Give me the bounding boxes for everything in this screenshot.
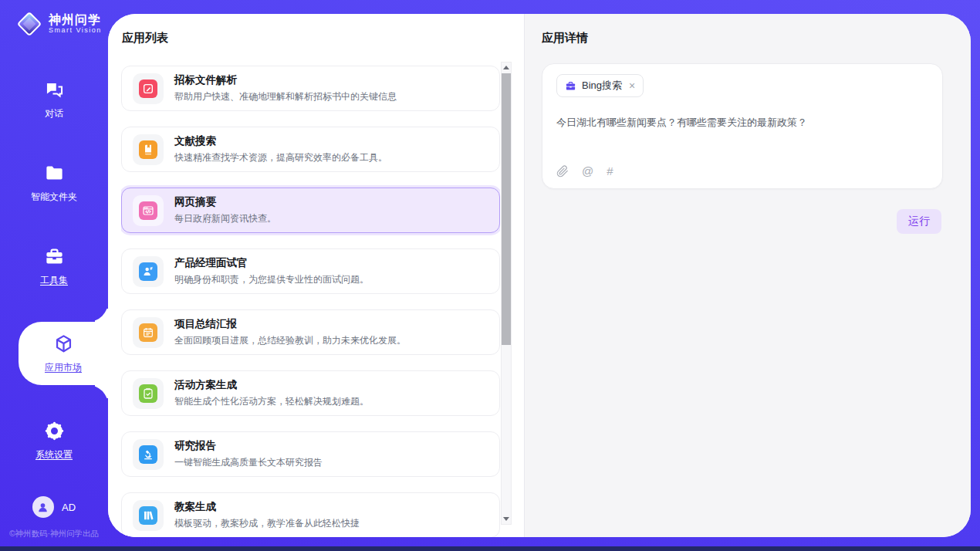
sidebar-item-label: 系统设置 bbox=[35, 448, 73, 461]
app-list-title: 应用列表 bbox=[122, 31, 168, 46]
app-card-title: 研究报告 bbox=[174, 439, 323, 453]
app-list-panel: 应用列表 招标文件解析帮助用户快速、准确地理解和解析招标书中的关键信息文献搜索快… bbox=[108, 14, 525, 537]
app-card-tender-doc-parse[interactable]: 招标文件解析帮助用户快速、准确地理解和解析招标书中的关键信息 bbox=[121, 66, 500, 111]
gear-icon bbox=[44, 421, 65, 441]
app-card-description: 每日政府新闻资讯快查。 bbox=[174, 212, 276, 225]
app-icon-box bbox=[133, 378, 164, 409]
book-icon bbox=[139, 140, 157, 159]
app-frame: 神州问学 Smart Vision 对话智能文件夹工具集应用市场系统设置 AD … bbox=[0, 0, 980, 551]
main-content: 应用列表 招标文件解析帮助用户快速、准确地理解和解析招标书中的关键信息文献搜索快… bbox=[108, 14, 971, 537]
microscope-icon bbox=[139, 445, 157, 464]
folder-icon bbox=[44, 163, 65, 184]
webpage-code-icon bbox=[139, 201, 157, 220]
mention-icon[interactable]: @ bbox=[582, 164, 593, 178]
app-card-pm-interviewer[interactable]: 产品经理面试官明确身份和职责，为您提供专业性的面试问题。 bbox=[121, 248, 500, 294]
diamond-logo-icon bbox=[15, 10, 43, 38]
app-list: 招标文件解析帮助用户快速、准确地理解和解析招标书中的关键信息文献搜索快速精准查找… bbox=[121, 66, 500, 537]
app-card-description: 一键智能生成高质量长文本研究报告 bbox=[174, 456, 323, 469]
app-card-title: 活动方案生成 bbox=[174, 378, 369, 392]
sidebar-item-chat[interactable]: 对话 bbox=[0, 72, 108, 127]
app-icon-box bbox=[133, 73, 164, 104]
run-button[interactable]: 运行 bbox=[897, 209, 941, 234]
brand-logo: 神州问学 Smart Vision bbox=[0, 10, 108, 38]
scrollbar[interactable] bbox=[501, 62, 512, 525]
hash-icon[interactable]: # bbox=[607, 164, 613, 178]
user-avatar-icon bbox=[32, 496, 54, 518]
query-text[interactable]: 今日湖北有哪些新闻要点？有哪些需要关注的最新政策？ bbox=[556, 116, 928, 130]
app-card-title: 文献搜索 bbox=[174, 134, 387, 148]
sidebar-item-label: 工具集 bbox=[40, 274, 68, 287]
app-icon-box bbox=[133, 134, 164, 165]
sidebar: 神州问学 Smart Vision 对话智能文件夹工具集应用市场系统设置 AD … bbox=[0, 0, 108, 546]
sidebar-nav: 对话智能文件夹工具集应用市场系统设置 bbox=[0, 72, 108, 496]
brand-subtitle: Smart Vision bbox=[49, 26, 102, 35]
app-card-description: 明确身份和职责，为您提供专业性的面试问题。 bbox=[174, 273, 369, 286]
tool-tag-label: Bing搜索 bbox=[582, 79, 622, 93]
sidebar-item-app-market[interactable]: 应用市场 bbox=[19, 322, 108, 385]
app-icon-box bbox=[133, 500, 164, 531]
query-card: Bing搜索 × 今日湖北有哪些新闻要点？有哪些需要关注的最新政策？ @# bbox=[542, 63, 943, 189]
app-card-title: 教案生成 bbox=[174, 500, 360, 514]
sidebar-item-toolset[interactable]: 工具集 bbox=[0, 238, 108, 294]
app-detail-panel: 应用详情 Bing搜索 × 今日湖北有哪些新闻要点？有哪些需要关注的最新政策？ … bbox=[525, 14, 971, 537]
interviewer-icon bbox=[139, 262, 157, 281]
app-card-title: 招标文件解析 bbox=[174, 73, 397, 87]
sidebar-item-smart-folder[interactable]: 智能文件夹 bbox=[0, 155, 108, 211]
app-card-literature-search[interactable]: 文献搜索快速精准查找学术资源，提高研究效率的必备工具。 bbox=[121, 127, 500, 172]
app-icon-box bbox=[133, 195, 164, 226]
scroll-down-icon[interactable] bbox=[502, 514, 511, 524]
app-icon-box bbox=[133, 256, 164, 287]
app-card-title: 网页摘要 bbox=[174, 195, 276, 209]
app-card-research-report[interactable]: 研究报告一键智能生成高质量长文本研究报告 bbox=[121, 431, 500, 477]
app-card-webpage-summary[interactable]: 网页摘要每日政府新闻资讯快查。 bbox=[121, 188, 500, 233]
scroll-up-icon[interactable] bbox=[502, 63, 511, 73]
sidebar-item-label: 应用市场 bbox=[45, 361, 82, 374]
app-card-description: 快速精准查找学术资源，提高研究效率的必备工具。 bbox=[174, 151, 387, 164]
app-card-description: 全面回顾项目进展，总结经验教训，助力未来优化发展。 bbox=[174, 334, 406, 347]
card-toolbar: @# bbox=[556, 164, 613, 178]
scrollbar-thumb[interactable] bbox=[502, 73, 511, 345]
user-initials: AD bbox=[62, 502, 76, 513]
app-card-description: 帮助用户快速、准确地理解和解析招标书中的关键信息 bbox=[174, 90, 397, 103]
note-icon bbox=[139, 323, 157, 342]
app-detail-title: 应用详情 bbox=[542, 31, 588, 46]
app-card-description: 模板驱动，教案秒成，教学准备从此轻松快捷 bbox=[174, 517, 360, 530]
briefcase-icon bbox=[565, 80, 576, 92]
app-icon-box bbox=[133, 439, 164, 470]
toolbox-icon bbox=[44, 246, 65, 267]
app-card-description: 智能生成个性化活动方案，轻松解决规划难题。 bbox=[174, 395, 369, 408]
app-card-title: 产品经理面试官 bbox=[174, 256, 369, 270]
attachment-icon[interactable] bbox=[556, 165, 569, 177]
run-row: 运行 bbox=[897, 209, 941, 234]
app-card-lesson-plan-generate[interactable]: 教案生成模板驱动，教案秒成，教学准备从此轻松快捷 bbox=[121, 492, 500, 537]
cube-icon bbox=[53, 333, 74, 354]
clipboard-check-icon bbox=[139, 384, 157, 403]
scrollbar-track[interactable] bbox=[502, 73, 511, 514]
chat-icon bbox=[44, 79, 65, 100]
app-icon-box bbox=[133, 317, 164, 348]
books-icon bbox=[139, 506, 157, 525]
app-card-title: 项目总结汇报 bbox=[174, 317, 406, 331]
user-row[interactable]: AD bbox=[32, 496, 76, 518]
close-icon[interactable]: × bbox=[629, 80, 635, 91]
sidebar-item-label: 对话 bbox=[45, 107, 63, 120]
app-card-event-plan-generate[interactable]: 活动方案生成智能生成个性化活动方案，轻松解决规划难题。 bbox=[121, 370, 500, 416]
doc-edit-icon bbox=[139, 79, 157, 98]
sidebar-item-system-settings[interactable]: 系统设置 bbox=[0, 413, 108, 468]
app-card-project-summary-report[interactable]: 项目总结汇报全面回顾项目进展，总结经验教训，助力未来优化发展。 bbox=[121, 309, 500, 355]
copyright-text: ©神州数码·神州问学出品 bbox=[9, 529, 99, 539]
brand-name: 神州问学 bbox=[49, 13, 102, 26]
sidebar-item-label: 智能文件夹 bbox=[31, 191, 77, 204]
bottom-strip bbox=[0, 546, 980, 551]
tool-tag-bing-search[interactable]: Bing搜索 × bbox=[556, 74, 644, 97]
